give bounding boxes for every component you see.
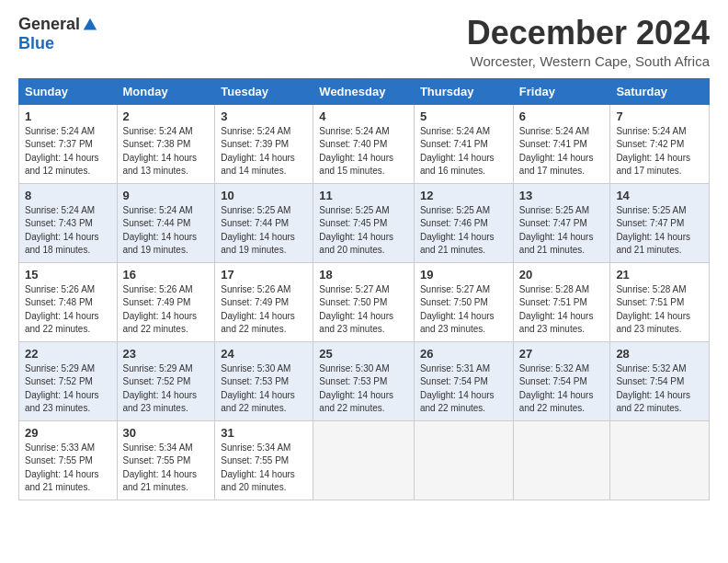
day-number: 1 [25,109,111,123]
day-info: Sunrise: 5:25 AMSunset: 7:45 PMDaylight:… [319,204,408,258]
logo-general-text: General [18,15,80,34]
day-number: 13 [519,189,605,202]
day-number: 7 [616,109,703,123]
day-number: 12 [420,189,507,202]
svg-marker-0 [84,17,97,29]
calendar-cell: 7Sunrise: 5:24 AMSunset: 7:42 PMDaylight… [610,104,710,183]
calendar-cell: 29Sunrise: 5:33 AMSunset: 7:55 PMDayligh… [19,420,118,500]
day-info: Sunrise: 5:32 AMSunset: 7:54 PMDaylight:… [519,362,605,416]
calendar-cell: 19Sunrise: 5:27 AMSunset: 7:50 PMDayligh… [414,262,513,341]
calendar-cell: 13Sunrise: 5:25 AMSunset: 7:47 PMDayligh… [513,183,610,262]
day-number: 27 [519,347,605,361]
calendar-header-thursday: Thursday [414,78,513,104]
calendar-week-row: 15Sunrise: 5:26 AMSunset: 7:48 PMDayligh… [19,262,710,341]
logo: General Blue [18,15,98,53]
location-title: Worcester, Western Cape, South Africa [467,53,710,69]
day-number: 10 [221,189,307,202]
calendar-cell: 10Sunrise: 5:25 AMSunset: 7:44 PMDayligh… [215,183,313,262]
calendar-cell [414,420,513,500]
calendar-cell [313,420,415,500]
day-number: 19 [420,268,507,282]
day-number: 26 [420,347,507,361]
calendar-cell: 30Sunrise: 5:34 AMSunset: 7:55 PMDayligh… [117,420,215,500]
day-number: 29 [25,426,111,440]
calendar-cell: 26Sunrise: 5:31 AMSunset: 7:54 PMDayligh… [414,341,513,420]
calendar-cell: 23Sunrise: 5:29 AMSunset: 7:52 PMDayligh… [117,341,215,420]
calendar-cell: 6Sunrise: 5:24 AMSunset: 7:41 PMDaylight… [513,104,610,183]
day-number: 3 [221,109,307,123]
day-info: Sunrise: 5:33 AMSunset: 7:55 PMDaylight:… [25,442,111,495]
calendar-cell: 8Sunrise: 5:24 AMSunset: 7:43 PMDaylight… [19,183,118,262]
calendar-week-row: 22Sunrise: 5:29 AMSunset: 7:52 PMDayligh… [19,341,710,420]
calendar-cell: 2Sunrise: 5:24 AMSunset: 7:38 PMDaylight… [117,104,215,183]
day-number: 17 [221,268,307,282]
calendar-cell: 3Sunrise: 5:24 AMSunset: 7:39 PMDaylight… [215,104,313,183]
day-info: Sunrise: 5:32 AMSunset: 7:54 PMDaylight:… [616,362,703,416]
day-info: Sunrise: 5:26 AMSunset: 7:49 PMDaylight:… [221,283,307,337]
calendar-cell: 16Sunrise: 5:26 AMSunset: 7:49 PMDayligh… [117,262,215,341]
calendar-cell: 22Sunrise: 5:29 AMSunset: 7:52 PMDayligh… [19,341,118,420]
day-info: Sunrise: 5:30 AMSunset: 7:53 PMDaylight:… [319,362,408,416]
title-block: December 2024 Worcester, Western Cape, S… [467,15,710,69]
calendar-header-saturday: Saturday [610,78,710,104]
calendar-cell: 1Sunrise: 5:24 AMSunset: 7:37 PMDaylight… [19,104,118,183]
day-number: 31 [221,426,307,440]
calendar-cell: 4Sunrise: 5:24 AMSunset: 7:40 PMDaylight… [313,104,415,183]
calendar-week-row: 29Sunrise: 5:33 AMSunset: 7:55 PMDayligh… [19,420,710,500]
calendar-header-row: SundayMondayTuesdayWednesdayThursdayFrid… [19,78,710,104]
calendar-header-wednesday: Wednesday [313,78,415,104]
calendar-cell: 27Sunrise: 5:32 AMSunset: 7:54 PMDayligh… [513,341,610,420]
calendar-cell: 9Sunrise: 5:24 AMSunset: 7:44 PMDaylight… [117,183,215,262]
day-number: 16 [123,268,210,282]
day-info: Sunrise: 5:26 AMSunset: 7:49 PMDaylight:… [123,283,210,337]
day-info: Sunrise: 5:24 AMSunset: 7:40 PMDaylight:… [319,125,408,178]
day-info: Sunrise: 5:24 AMSunset: 7:43 PMDaylight:… [25,204,111,258]
day-info: Sunrise: 5:34 AMSunset: 7:55 PMDaylight:… [123,442,210,495]
day-info: Sunrise: 5:25 AMSunset: 7:46 PMDaylight:… [420,204,507,258]
calendar-table: SundayMondayTuesdayWednesdayThursdayFrid… [18,78,710,500]
calendar-cell: 20Sunrise: 5:28 AMSunset: 7:51 PMDayligh… [513,262,610,341]
day-info: Sunrise: 5:28 AMSunset: 7:51 PMDaylight:… [616,283,703,337]
calendar-header-sunday: Sunday [19,78,118,104]
calendar-cell: 18Sunrise: 5:27 AMSunset: 7:50 PMDayligh… [313,262,415,341]
day-info: Sunrise: 5:34 AMSunset: 7:55 PMDaylight:… [221,442,307,495]
calendar-header-friday: Friday [513,78,610,104]
day-number: 2 [123,109,210,123]
day-number: 21 [616,268,703,282]
day-number: 15 [25,268,111,282]
day-info: Sunrise: 5:24 AMSunset: 7:42 PMDaylight:… [616,125,703,178]
day-number: 8 [25,189,111,202]
day-number: 9 [123,189,210,202]
day-info: Sunrise: 5:25 AMSunset: 7:44 PMDaylight:… [221,204,307,258]
day-number: 25 [319,347,408,361]
day-info: Sunrise: 5:28 AMSunset: 7:51 PMDaylight:… [519,283,605,337]
calendar-cell: 28Sunrise: 5:32 AMSunset: 7:54 PMDayligh… [610,341,710,420]
day-info: Sunrise: 5:25 AMSunset: 7:47 PMDaylight:… [519,204,605,258]
day-info: Sunrise: 5:24 AMSunset: 7:39 PMDaylight:… [221,125,307,178]
calendar-cell: 25Sunrise: 5:30 AMSunset: 7:53 PMDayligh… [313,341,415,420]
day-info: Sunrise: 5:27 AMSunset: 7:50 PMDaylight:… [420,283,507,337]
day-info: Sunrise: 5:24 AMSunset: 7:38 PMDaylight:… [123,125,210,178]
day-number: 5 [420,109,507,123]
calendar-header-tuesday: Tuesday [215,78,313,104]
day-info: Sunrise: 5:31 AMSunset: 7:54 PMDaylight:… [420,362,507,416]
calendar-cell: 31Sunrise: 5:34 AMSunset: 7:55 PMDayligh… [215,420,313,500]
day-number: 28 [616,347,703,361]
calendar-header-monday: Monday [117,78,215,104]
logo-blue-text: Blue [18,34,54,53]
month-title: December 2024 [467,15,710,52]
day-info: Sunrise: 5:24 AMSunset: 7:37 PMDaylight:… [25,125,111,178]
calendar-cell: 15Sunrise: 5:26 AMSunset: 7:48 PMDayligh… [19,262,118,341]
day-info: Sunrise: 5:27 AMSunset: 7:50 PMDaylight:… [319,283,408,337]
day-number: 23 [123,347,210,361]
day-info: Sunrise: 5:24 AMSunset: 7:44 PMDaylight:… [123,204,210,258]
day-number: 14 [616,189,703,202]
day-info: Sunrise: 5:26 AMSunset: 7:48 PMDaylight:… [25,283,111,337]
day-info: Sunrise: 5:29 AMSunset: 7:52 PMDaylight:… [123,362,210,416]
calendar-week-row: 8Sunrise: 5:24 AMSunset: 7:43 PMDaylight… [19,183,710,262]
day-number: 11 [319,189,408,202]
day-number: 24 [221,347,307,361]
day-number: 20 [519,268,605,282]
calendar-cell: 14Sunrise: 5:25 AMSunset: 7:47 PMDayligh… [610,183,710,262]
calendar-week-row: 1Sunrise: 5:24 AMSunset: 7:37 PMDaylight… [19,104,710,183]
